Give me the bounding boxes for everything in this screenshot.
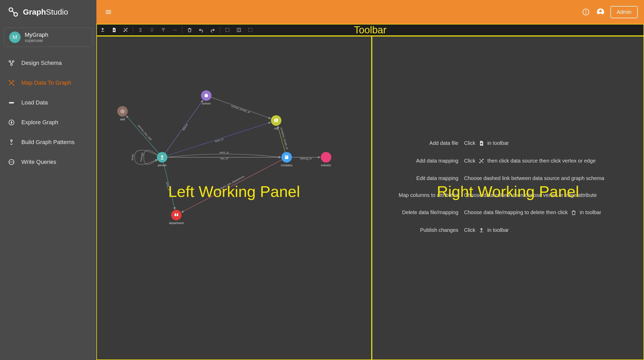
help-value: Clickthen click data source then click v… [464,158,596,164]
svg-point-23 [173,29,174,30]
edge-label-school_locate_at: school_locate_at [231,104,250,114]
nav-label: Explore Graph [21,119,58,126]
nav-item-load-data[interactable]: Load Data [0,93,96,113]
map-data-icon [8,79,15,86]
toolbar-select-free-button[interactable] [245,24,256,35]
graph-avatar: M [9,32,21,43]
queries-icon [8,158,15,166]
svg-rect-53 [175,214,176,216]
main-nav: Design SchemaMap Data To GraphLoad DataE… [0,51,96,172]
admin-button[interactable]: Admin [610,6,638,18]
svg-marker-10 [11,121,13,124]
logo-icon [7,6,19,18]
hamburger-menu[interactable] [103,6,114,18]
nav-label: Map Data To Graph [21,79,71,86]
toolbar-select-split-button[interactable] [233,24,245,35]
account-icon[interactable] [596,7,605,17]
toolbar-separator [182,26,182,34]
graph-canvas[interactable]: person_has_skillattendschool_locate_atbo… [97,36,371,359]
svg-rect-46 [285,156,288,159]
nav-item-patterns[interactable]: Build Graph Patterns [0,132,96,152]
info-icon[interactable] [581,7,591,17]
toolbar-separator [133,26,133,34]
schema-icon [8,59,15,67]
toolbar-separator [220,26,220,34]
edge-label-work_at: work_at [219,151,229,154]
help-value: Clickin toolbar [464,227,509,234]
patterns-icon [8,139,15,146]
svg-point-50 [321,152,331,163]
toolbar-select-dotted-button[interactable] [222,24,233,35]
svg-text:city: city [274,127,278,130]
edge-label-ceo_of: ceo_of [220,157,228,160]
edge-label-guide: guide [131,154,134,161]
toolbar-redo-button[interactable] [207,24,218,35]
edge-label-person_has_skill: person_has_skill [137,124,152,141]
nav-label: Write Queries [21,159,56,165]
help-row-4: Delete data file/mappingChoose data file… [383,209,633,216]
svg-rect-48 [287,156,287,157]
svg-rect-39 [274,119,276,122]
nav-item-explore[interactable]: Explore Graph [0,113,96,132]
svg-rect-40 [276,119,278,122]
graph-selector[interactable]: M MyGraph superuser [4,28,93,47]
node-city[interactable]: city [271,115,281,130]
help-key: Edit data mapping [383,175,458,181]
load-data-icon [8,99,15,106]
nav-item-schema[interactable]: Design Schema [0,53,96,73]
svg-rect-26 [226,28,229,32]
toolbar-filter-button [158,24,169,35]
edge-label-manage: manage [139,152,144,162]
left-working-panel[interactable]: Left Working Panel person_has_skillatten… [96,36,372,360]
svg-rect-54 [177,214,178,216]
help-key: Publish changes [383,227,458,233]
toolbar-trash-button[interactable] [184,24,195,35]
toolbar-annotation: Toolbar [354,24,387,36]
svg-rect-8 [9,102,14,103]
edge-company_has_department[interactable] [182,160,282,212]
node-school[interactable]: school [201,90,212,105]
node-industry[interactable]: industry [321,152,331,167]
svg-point-38 [271,115,281,126]
svg-point-18 [599,10,602,12]
svg-point-5 [9,80,10,81]
toolbar-undo-button[interactable] [195,24,207,35]
node-skill[interactable]: skill [117,106,128,121]
sidebar: GraphStudio M MyGraph superuser Design S… [0,0,96,360]
right-working-panel[interactable]: Right Working Panel Add data fileClickin… [372,36,644,360]
edge-label-company_has_department: company_has_department [216,175,245,192]
svg-point-15 [586,10,587,11]
toolbar: Toolbar [96,24,644,36]
help-value: Clickin toolbar [464,140,509,147]
svg-text:person: person [158,164,166,167]
toolbar-add-file-button[interactable] [108,24,120,35]
nav-item-queries[interactable]: Write Queries [0,152,96,172]
svg-rect-29 [249,28,252,32]
toolbar-publish-button[interactable] [97,24,108,35]
node-person[interactable]: person [157,152,167,167]
nav-label: Design Schema [21,60,62,66]
edge-guide[interactable] [135,150,158,164]
toolbar-add-mapping-button[interactable] [120,24,131,35]
svg-point-55 [175,213,176,214]
svg-rect-16 [586,12,586,14]
svg-point-32 [122,111,123,112]
help-row-2: Edit data mappingChoose dashed link betw… [383,175,633,181]
help-value: Choose dashed link between data source a… [464,175,604,181]
trash-icon [570,209,577,216]
svg-rect-60 [480,232,483,232]
help-row-3: Map columns to attributesChoose data col… [383,192,633,198]
svg-text:industry: industry [321,164,331,167]
svg-rect-35 [205,95,208,97]
edge-label-belong_to: belong_to [300,157,312,160]
edge-person_has_skill[interactable] [126,116,159,153]
node-company[interactable]: company [281,152,293,167]
node-department[interactable]: department [169,210,184,224]
edge-label-born_in: born_in [215,137,224,143]
help-value: Choose data file/mapping to delete then … [464,209,601,216]
nav-item-map-data[interactable]: Map Data To Graph [0,73,96,93]
help-list: Add data fileClickin toolbarAdd data map… [372,140,643,234]
brand-logo[interactable]: GraphStudio [0,0,96,24]
help-value: Choose data column then choose vertex or… [464,192,597,198]
help-key: Delete data file/mapping [383,209,458,215]
